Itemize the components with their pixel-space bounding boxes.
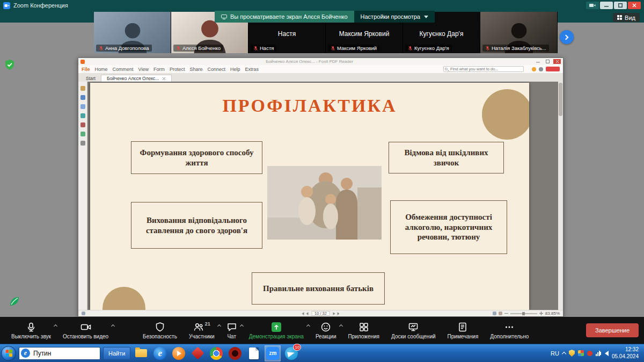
- upgrade-button[interactable]: [546, 67, 560, 71]
- zoom-slider-knob[interactable]: [522, 312, 525, 315]
- sun-theme-icon[interactable]: [532, 67, 536, 71]
- language-indicator[interactable]: RU: [551, 350, 559, 357]
- tray-shield-icon[interactable]: [569, 350, 575, 357]
- volume-icon[interactable]: [605, 351, 609, 356]
- zoom-level[interactable]: 83.85%: [545, 311, 560, 316]
- tray-expand-caret[interactable]: [562, 352, 566, 356]
- next-participants-button[interactable]: [560, 30, 574, 44]
- muted-mic-icon: [408, 46, 413, 51]
- zoom-in-icon[interactable]: [539, 312, 543, 315]
- taskbar-media-icon[interactable]: [171, 345, 187, 361]
- close-button[interactable]: [628, 2, 641, 9]
- menu-home[interactable]: Home: [95, 67, 108, 72]
- comments-icon[interactable]: [80, 113, 85, 118]
- menu-help[interactable]: Help: [230, 67, 240, 72]
- muted-mic-icon: [331, 46, 335, 51]
- slide-title: ПРОФІЛАКТИКА: [90, 96, 529, 116]
- close-tab-icon[interactable]: [162, 77, 166, 81]
- mute-button[interactable]: Выключить звук: [5, 320, 57, 341]
- attachments-icon[interactable]: [80, 122, 85, 127]
- bookmarks-icon[interactable]: [80, 95, 85, 100]
- telegram-unread-badge: 10: [293, 344, 301, 351]
- folder-icon: [135, 349, 147, 357]
- zoom-app-tile-icon: zm: [266, 347, 279, 360]
- minimize-button[interactable]: [600, 2, 613, 9]
- taskbar-darkred-app-icon[interactable]: [227, 345, 243, 361]
- pdf-tabbar: Start Бойченко Алєся Олекс...: [78, 74, 563, 82]
- apps-button[interactable]: Приложения: [342, 320, 386, 341]
- participant-tile-natalia[interactable]: Наталія Закаблуківсь...: [480, 12, 558, 53]
- slide-box-limit-access: Обмеження доступності алкоголю, наркотич…: [390, 200, 507, 254]
- view-grid-icon: [617, 15, 622, 20]
- reactions-button[interactable]: Реакции: [310, 320, 342, 341]
- whiteboards-button[interactable]: Доски сообщений: [385, 320, 442, 341]
- taskbar-document-icon[interactable]: [246, 345, 262, 361]
- maximize-button[interactable]: [614, 2, 627, 9]
- vertical-scrollbar[interactable]: [558, 82, 563, 310]
- meeting-camera-button[interactable]: [586, 2, 599, 9]
- stop-video-button[interactable]: Остановить видео: [57, 320, 114, 341]
- next-page-button[interactable]: [333, 312, 335, 315]
- participant-tile-anna[interactable]: Анна Довгополова: [94, 12, 171, 53]
- taskbar-zoom-icon[interactable]: zm: [265, 345, 281, 361]
- tray-red-app-icon[interactable]: [587, 351, 592, 356]
- view-settings-dropdown[interactable]: Настройки просмотра: [354, 11, 435, 23]
- zoom-app-icon: [3, 2, 10, 9]
- pdf-maximize-button[interactable]: [544, 59, 551, 64]
- scrollbar-thumb[interactable]: [559, 83, 562, 116]
- start-button[interactable]: [1, 346, 16, 361]
- more-button[interactable]: Дополнительно: [484, 320, 535, 341]
- prev-page-button[interactable]: [306, 312, 308, 315]
- menu-comment[interactable]: Comment: [113, 67, 134, 72]
- green-leaf-app-icon[interactable]: [8, 295, 21, 310]
- pdf-close-button[interactable]: [553, 59, 561, 64]
- taskbar-telegram-icon[interactable]: 10: [283, 345, 299, 361]
- bell-icon[interactable]: [539, 67, 543, 71]
- menu-view[interactable]: View: [138, 67, 149, 72]
- security-button[interactable]: Безопасность: [137, 320, 183, 341]
- taskbar-red-app-icon[interactable]: [189, 345, 206, 361]
- viewing-screen-text: Вы просматриваете экран Алєся Бойченко: [230, 13, 348, 20]
- video-options-caret[interactable]: [111, 324, 115, 328]
- share-screen-button[interactable]: Демонстрация экрана: [243, 320, 310, 341]
- taskbar-clock[interactable]: 12:32 05.04.2024: [612, 346, 639, 360]
- pdf-statusbar: 10 / 32 83.85%: [78, 310, 563, 316]
- menu-file[interactable]: File: [82, 67, 90, 72]
- antivirus-shield-icon[interactable]: [4, 59, 15, 73]
- hand-tool-icon[interactable]: [80, 86, 85, 91]
- zoom-slider[interactable]: [510, 313, 537, 314]
- end-meeting-button[interactable]: Завершение: [586, 323, 639, 337]
- last-page-button[interactable]: [338, 312, 340, 315]
- signature-icon[interactable]: [80, 132, 85, 136]
- taskbar-folder-icon[interactable]: [133, 345, 149, 361]
- pdf-minimize-button[interactable]: [534, 59, 541, 64]
- single-page-view-icon[interactable]: [493, 312, 496, 315]
- menu-extras[interactable]: Extras: [245, 67, 259, 72]
- status-left-icon[interactable]: [82, 312, 85, 315]
- menu-protect[interactable]: Protect: [170, 67, 185, 72]
- tab-start[interactable]: Start: [80, 75, 101, 82]
- menu-form[interactable]: Form: [153, 67, 165, 72]
- muted-mic-icon: [176, 46, 181, 51]
- taskbar-ie-icon[interactable]: e: [152, 345, 168, 361]
- pdf-search-input[interactable]: [443, 66, 524, 72]
- fit-width-icon[interactable]: [499, 312, 502, 315]
- participants-button[interactable]: 21 Участники: [183, 320, 221, 341]
- first-page-button[interactable]: [302, 312, 304, 315]
- zoom-out-icon[interactable]: [504, 313, 508, 314]
- page-thumbnails-icon[interactable]: [80, 104, 85, 109]
- page-indicator[interactable]: 10 / 32: [311, 311, 330, 316]
- taskbar-search-input[interactable]: [19, 347, 100, 360]
- slide-box-proper-upbringing: Правильне виховання батьків: [252, 272, 385, 305]
- search-submit-button[interactable]: Найти: [103, 347, 130, 360]
- view-button[interactable]: Вид: [613, 13, 640, 22]
- search-panel-icon[interactable]: [80, 141, 85, 146]
- tray-color-app-icon[interactable]: [578, 350, 584, 356]
- slide-box-responsible-attitude: Виховання відповідального ставлення до с…: [131, 202, 262, 249]
- notes-button[interactable]: Примечания: [442, 320, 485, 341]
- taskbar-chrome-icon[interactable]: [208, 345, 224, 361]
- menu-share[interactable]: Share: [189, 67, 202, 72]
- menu-connect[interactable]: Connect: [207, 67, 225, 72]
- tab-document[interactable]: Бойченко Алєся Олекс...: [101, 75, 172, 82]
- chat-button[interactable]: Чат: [221, 320, 243, 341]
